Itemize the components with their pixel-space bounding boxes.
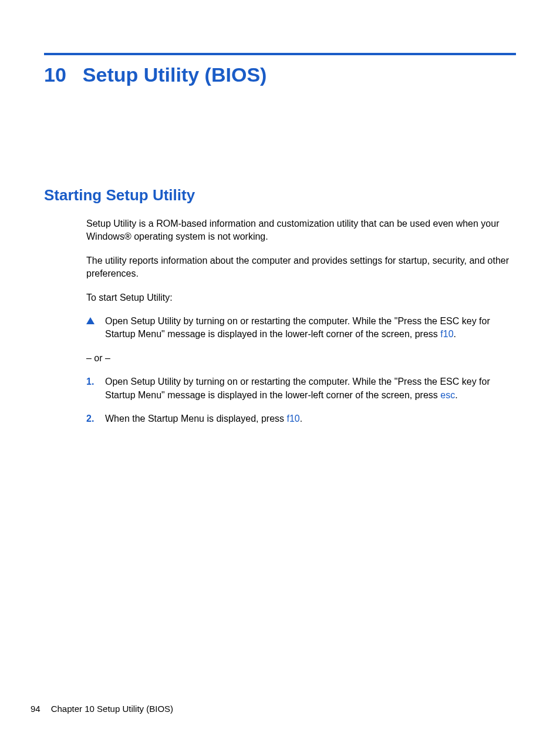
chapter-number: 10 <box>44 63 66 86</box>
chapter-title-text: Setup Utility (BIOS) <box>83 63 267 86</box>
text-part: . <box>300 414 302 424</box>
text-part: . <box>454 329 456 339</box>
step-number: 1. <box>86 375 105 402</box>
or-separator: – or – <box>86 352 516 365</box>
page-number: 94 <box>31 704 41 714</box>
paragraph: The utility reports information about th… <box>86 254 516 281</box>
key-label: f10 <box>287 414 300 424</box>
key-label: esc <box>440 390 455 400</box>
paragraph: Setup Utility is a ROM-based information… <box>86 217 516 244</box>
section-title: Starting Setup Utility <box>44 186 516 204</box>
text-part: Open Setup Utility by turning on or rest… <box>105 316 490 339</box>
step-text: When the Startup Menu is displayed, pres… <box>105 412 516 425</box>
page-footer: 94Chapter 10 Setup Utility (BIOS) <box>31 704 173 714</box>
instruction-item: Open Setup Utility by turning on or rest… <box>86 315 516 341</box>
step-number: 2. <box>86 412 105 425</box>
triangle-marker <box>86 315 105 341</box>
numbered-step: 1. Open Setup Utility by turning on or r… <box>86 375 516 402</box>
heading-rule <box>44 53 516 55</box>
chapter-title: 10Setup Utility (BIOS) <box>44 63 516 86</box>
text-part: Open Setup Utility by turning on or rest… <box>105 377 490 399</box>
text-part: . <box>455 390 457 400</box>
body-text: Setup Utility is a ROM-based information… <box>86 217 516 425</box>
key-label: f10 <box>440 329 453 339</box>
numbered-step: 2. When the Startup Menu is displayed, p… <box>86 412 516 425</box>
paragraph: To start Setup Utility: <box>86 291 516 304</box>
footer-chapter-label: Chapter 10 Setup Utility (BIOS) <box>51 704 173 714</box>
step-text: Open Setup Utility by turning on or rest… <box>105 375 516 402</box>
instruction-text: Open Setup Utility by turning on or rest… <box>105 315 516 341</box>
triangle-icon <box>86 317 95 324</box>
page-content: 10Setup Utility (BIOS) Starting Setup Ut… <box>0 0 560 425</box>
text-part: When the Startup Menu is displayed, pres… <box>105 414 287 424</box>
